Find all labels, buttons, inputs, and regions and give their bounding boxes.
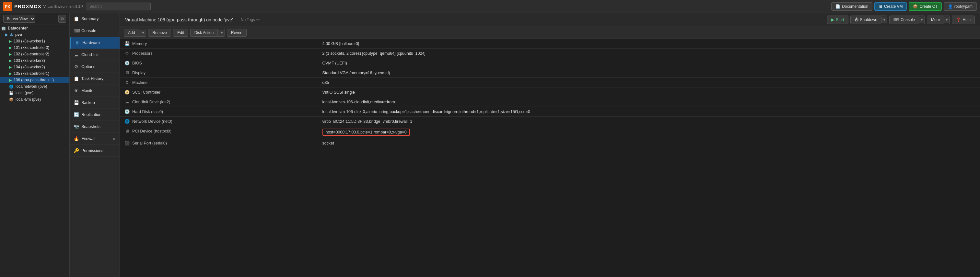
sidebar-settings-button[interactable]: ⚙ (58, 15, 66, 23)
hw-value-1: 2 (1 sockets, 2 cores) [cputype=qemu64] … (318, 49, 980, 58)
nav-label-console: Console (81, 29, 96, 33)
more-dropdown-button[interactable]: ▾ (944, 16, 950, 23)
hw-value-2: OVMF (UEFI) (318, 58, 980, 68)
vm-list: ▶ 100 (k8s-worker1) ▶ 101 (k8s-controlle… (0, 38, 69, 83)
revert-button[interactable]: Revert (227, 29, 247, 37)
user-button[interactable]: 👤 root@pam (944, 2, 977, 11)
hw-icon-6: ☁ (124, 99, 130, 104)
monitor-icon: 🖥 (878, 4, 883, 9)
hw-value-3: Standard VGA (memory=16,type=std) (318, 68, 980, 78)
hw-device-10: ⬛ Serial Port (serial0) (120, 138, 185, 148)
sidebar-item-vm-104[interactable]: ▶ 104 (k8s-worker2) (0, 64, 69, 70)
main-layout: Server View ⚙ 🏢 Datacenter ▶ 🖧 pve ▶ 100… (0, 13, 980, 277)
hw-device-9: 🖥 PCI Device (hostpci0) (120, 126, 185, 136)
nav-item-options[interactable]: ⚙ Options (70, 61, 119, 73)
hw-device-name-7: Hard Disk (scsi0) (132, 110, 163, 114)
nav-item-summary[interactable]: 📋 Summary (70, 13, 119, 25)
console-dropdown-button[interactable]: ▾ (919, 16, 924, 23)
nav-item-backup[interactable]: 💾 Backup (70, 97, 119, 109)
vm-label: 100 (k8s-worker1) (14, 39, 45, 43)
add-button[interactable]: Add (124, 29, 139, 36)
table-row: 💾 Memory 4.00 GiB [balloon=0] (120, 39, 980, 49)
sidebar-item-vm-100[interactable]: ▶ 100 (k8s-worker1) (0, 38, 69, 45)
table-row: ⚙ Processors 2 (1 sockets, 2 cores) [cpu… (120, 49, 980, 58)
storage-label: local (pve) (16, 91, 33, 95)
hardware-nav-icon: 🖥 (75, 40, 80, 45)
sidebar-item-datacenter[interactable]: 🏢 Datacenter (0, 25, 69, 32)
shutdown-dropdown-button[interactable]: ▾ (881, 16, 887, 23)
sidebar-item-storage-local-(pve)[interactable]: 💾 local (pve) (0, 90, 69, 96)
hw-icon-8: 🌐 (124, 119, 130, 124)
nav-item-replication[interactable]: 🔄 Replication (70, 109, 119, 121)
sidebar-item-node-pve[interactable]: ▶ 🖧 pve (0, 32, 69, 38)
start-button[interactable]: ▶ Start (827, 16, 848, 24)
nav-item-monitor[interactable]: 👁 Monitor (70, 85, 119, 97)
hw-device-6: ☁ CloudInit Drive (ide2) (120, 97, 185, 107)
search-input[interactable] (86, 3, 151, 10)
console-button[interactable]: ⌨ Console (889, 16, 919, 24)
vm-status-icon: ▶ (9, 46, 12, 50)
table-row: 🖥 Display Standard VGA (memory=16,type=s… (120, 68, 980, 78)
nav-item-hardware[interactable]: 🖥 Hardware (70, 37, 119, 49)
taskhistory-nav-icon: 📋 (73, 76, 79, 81)
edit-button[interactable]: Edit (173, 29, 188, 37)
sidebar-item-storage-local-lvm-(pve)[interactable]: 📦 local-lvm (pve) (0, 96, 69, 103)
sidebar-item-storage-localnetwork-(pve)[interactable]: 🌐 localnetwork (pve) (0, 83, 69, 90)
disk-action-button[interactable]: Disk Action (191, 29, 218, 36)
content-area: Virtual Machine 106 (gpu-pass-through) o… (120, 13, 980, 277)
table-row: ⬛ Serial Port (serial0) socket (120, 138, 980, 148)
cloudinit-nav-icon: ☁ (73, 52, 79, 57)
vm-label: 101 (k8s-controller3) (14, 45, 49, 50)
hw-icon-9: 🖥 (124, 129, 130, 134)
create-vm-button[interactable]: 🖥 Create VM (874, 2, 907, 11)
nav-item-permissions[interactable]: 🔑 Permissions (70, 145, 119, 157)
power-icon: ⏻ (854, 18, 859, 22)
hw-icon-3: 🖥 (124, 70, 130, 75)
play-icon: ▶ (831, 18, 834, 22)
nav-item-firewall[interactable]: 🔥 Firewall ▶ (70, 133, 119, 145)
sidebar-item-vm-105[interactable]: ▶ 105 (k8s-controller1) (0, 70, 69, 77)
create-ct-button[interactable]: 📦 Create CT (909, 2, 942, 11)
server-icon: 🖧 (10, 33, 13, 37)
user-icon: 👤 (948, 4, 953, 9)
node-icon: ▶ (5, 33, 8, 37)
hw-device-1: ⚙ Processors (120, 49, 185, 58)
hw-device-name-1: Processors (132, 51, 153, 56)
sidebar-item-vm-106[interactable]: ▶ 106 (gpu-pass-throu…) (0, 77, 69, 83)
table-row: 💿 BIOS OVMF (UEFI) (120, 58, 980, 68)
server-view-select[interactable]: Server View (3, 15, 35, 23)
storage-label: localnetwork (pve) (16, 84, 47, 89)
hw-icon-10: ⬛ (124, 141, 130, 145)
remove-button[interactable]: Remove (148, 29, 171, 37)
sidebar-item-vm-103[interactable]: ▶ 103 (k8s-worker3) (0, 57, 69, 64)
datacenter-icon: 🏢 (1, 26, 6, 30)
disk-action-dropdown-button[interactable]: ▾ (218, 30, 224, 36)
nav-item-console[interactable]: ⌨ Console (70, 25, 119, 37)
hw-value-8: virtio=BC:24:11:5D:3F:33,bridge=vmbr0,fi… (318, 117, 980, 126)
chevron-down-icon: ▾ (883, 18, 885, 22)
sidebar-item-vm-102[interactable]: ▶ 102 (k8s-controller2) (0, 51, 69, 57)
hw-value-4: q35 (318, 78, 980, 88)
nav-label-replication: Replication (81, 112, 102, 117)
nav-item-cloudinit[interactable]: ☁ Cloud-Init (70, 49, 119, 61)
nav-item-snapshots[interactable]: 📷 Snapshots (70, 121, 119, 133)
nav-item-taskhistory[interactable]: 📋 Task History (70, 73, 119, 85)
hw-device-2: 💿 BIOS (120, 58, 185, 68)
hw-device-name-4: Machine (132, 80, 148, 85)
logo: PX PROXMOX Virtual Environment 8.2.7 (3, 2, 83, 11)
nav-panel: 📋 Summary ⌨ Console 🖥 Hardware ☁ Cloud-I… (70, 13, 120, 277)
help-button[interactable]: ❓ Help (952, 16, 975, 24)
documentation-button[interactable]: 📄 Documentation (831, 2, 872, 11)
table-row: 🖥 PCI Device (hostpci0) host=0000:17:00.… (120, 126, 980, 138)
hw-value-7: local-lvm:vm-106-disk-0,aio=io_uring,bac… (318, 107, 980, 117)
shutdown-button[interactable]: ⏻ Shutdown (851, 16, 881, 24)
pci-highlight-value: host=0000:17:00.0,pcie=1,rombar=0,x-vga=… (323, 129, 410, 136)
options-nav-icon: ⚙ (73, 64, 79, 69)
nav-label-taskhistory: Task History (81, 76, 103, 81)
sidebar-item-vm-101[interactable]: ▶ 101 (k8s-controller3) (0, 45, 69, 51)
more-button[interactable]: More (927, 16, 944, 24)
edit-tags-icon[interactable]: ✏ (256, 18, 259, 22)
topbar-right: 📄 Documentation 🖥 Create VM 📦 Create CT … (831, 2, 977, 11)
vm-title: Virtual Machine 106 (gpu-pass-through) o… (125, 17, 233, 22)
add-dropdown-button[interactable]: ▾ (139, 30, 146, 36)
